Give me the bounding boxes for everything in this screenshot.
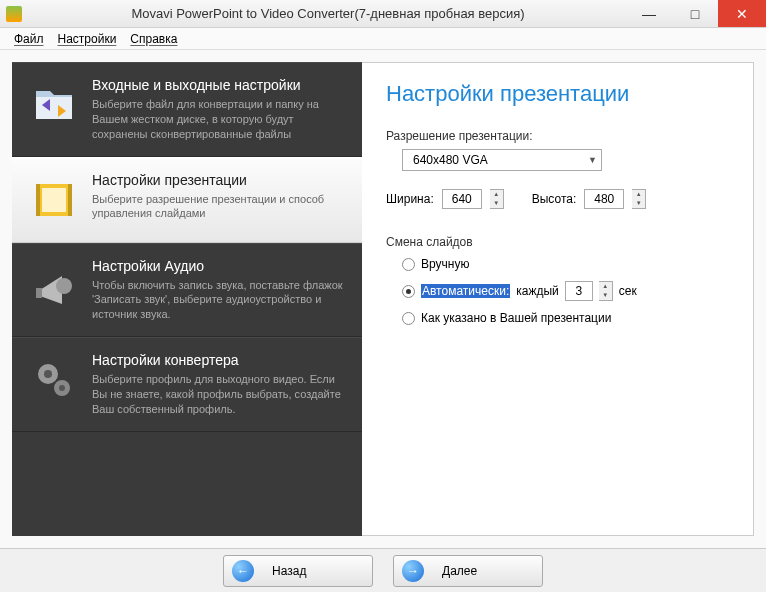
radio-auto-row[interactable]: Автоматически: каждый ▲▼ сек <box>402 281 729 301</box>
sidebar-item-desc: Выберите разрешение презентации и способ… <box>92 192 348 222</box>
resolution-value: 640x480 VGA <box>413 153 488 167</box>
svg-point-7 <box>44 370 52 378</box>
height-label: Высота: <box>532 192 577 206</box>
sidebar-item-title: Настройки презентации <box>92 172 348 188</box>
svg-point-9 <box>59 385 65 391</box>
footer: ← Назад → Далее <box>0 548 766 592</box>
svg-rect-1 <box>42 188 66 212</box>
sidebar-item-title: Входные и выходные настройки <box>92 77 348 93</box>
slidechange-label: Смена слайдов <box>386 235 729 249</box>
radio-aspres[interactable] <box>402 312 415 325</box>
sidebar-item-converter[interactable]: Настройки конвертера Выберите профиль дл… <box>12 337 362 432</box>
resolution-dropdown[interactable]: 640x480 VGA ▼ <box>402 149 602 171</box>
gears-icon <box>26 352 82 408</box>
auto-sec-label: сек <box>619 284 637 298</box>
window-title: Movavi PowerPoint to Video Converter(7-д… <box>30 6 626 21</box>
sidebar: Входные и выходные настройки Выберите фа… <box>12 62 362 536</box>
chevron-down-icon: ▼ <box>588 155 597 165</box>
close-button[interactable]: ✕ <box>718 0 766 27</box>
sidebar-item-audio[interactable]: Настройки Аудио Чтобы включить запись зв… <box>12 243 362 338</box>
window-buttons: — □ ✕ <box>626 0 766 27</box>
svg-point-4 <box>56 278 72 294</box>
dimensions-row: Ширина: ▲▼ Высота: ▲▼ <box>386 189 729 209</box>
auto-every-label: каждый <box>516 284 559 298</box>
arrow-right-icon: → <box>402 560 424 582</box>
menu-help[interactable]: Справка <box>130 32 177 46</box>
next-button[interactable]: → Далее <box>393 555 543 587</box>
radio-manual-row[interactable]: Вручную <box>402 257 729 271</box>
sidebar-item-title: Настройки Аудио <box>92 258 348 274</box>
menubar: Файл Настройки Справка <box>0 28 766 50</box>
resolution-label: Разрешение презентации: <box>386 129 729 143</box>
radio-manual-label: Вручную <box>421 257 469 271</box>
width-spinner[interactable]: ▲▼ <box>490 189 504 209</box>
sidebar-item-desc: Выберите профиль для выходного видео. Ес… <box>92 372 348 417</box>
radio-auto-label: Автоматически: <box>421 284 510 298</box>
menu-settings[interactable]: Настройки <box>58 32 117 46</box>
radio-manual[interactable] <box>402 258 415 271</box>
back-button[interactable]: ← Назад <box>223 555 373 587</box>
menu-file[interactable]: Файл <box>14 32 44 46</box>
settings-panel: Настройки презентации Разрешение презент… <box>362 62 754 536</box>
sidebar-item-presentation[interactable]: Настройки презентации Выберите разрешени… <box>12 157 362 243</box>
sidebar-item-title: Настройки конвертера <box>92 352 348 368</box>
content-area: Входные и выходные настройки Выберите фа… <box>0 50 766 548</box>
megaphone-icon <box>26 258 82 314</box>
titlebar: Movavi PowerPoint to Video Converter(7-д… <box>0 0 766 28</box>
sidebar-item-io[interactable]: Входные и выходные настройки Выберите фа… <box>12 62 362 157</box>
sidebar-item-desc: Выберите файл для конвертации и папку на… <box>92 97 348 142</box>
panel-heading: Настройки презентации <box>386 81 729 107</box>
auto-seconds-input[interactable] <box>565 281 593 301</box>
radio-aspres-row[interactable]: Как указано в Вашей презентации <box>402 311 729 325</box>
sidebar-item-desc: Чтобы включить запись звука, поставьте ф… <box>92 278 348 323</box>
app-icon <box>6 6 22 22</box>
svg-rect-5 <box>36 288 42 298</box>
back-label: Назад <box>272 564 306 578</box>
maximize-button[interactable]: □ <box>672 0 718 27</box>
film-icon <box>26 172 82 228</box>
arrow-left-icon: ← <box>232 560 254 582</box>
radio-auto[interactable] <box>402 285 415 298</box>
minimize-button[interactable]: — <box>626 0 672 27</box>
height-input[interactable] <box>584 189 624 209</box>
svg-rect-2 <box>36 184 40 216</box>
next-label: Далее <box>442 564 477 578</box>
width-label: Ширина: <box>386 192 434 206</box>
auto-seconds-spinner[interactable]: ▲▼ <box>599 281 613 301</box>
radio-aspres-label: Как указано в Вашей презентации <box>421 311 611 325</box>
width-input[interactable] <box>442 189 482 209</box>
height-spinner[interactable]: ▲▼ <box>632 189 646 209</box>
folder-icon <box>26 77 82 133</box>
svg-rect-3 <box>68 184 72 216</box>
